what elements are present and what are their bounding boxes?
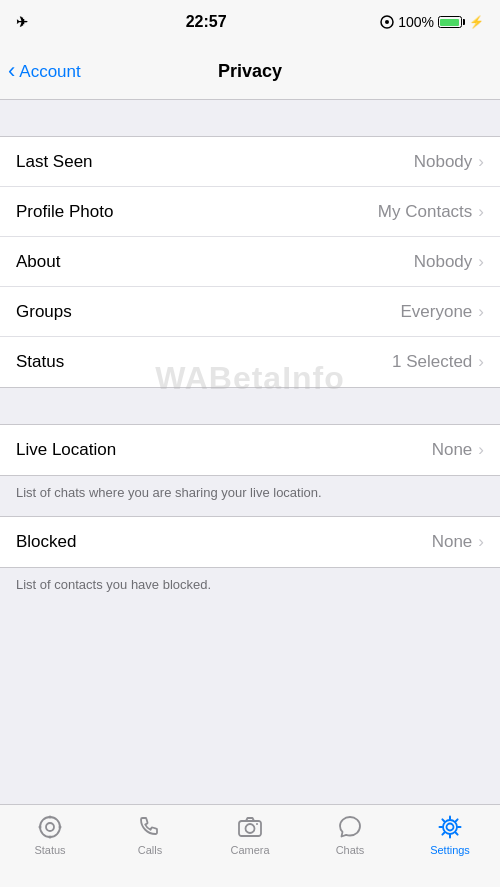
about-label: About [16, 252, 60, 272]
status-bar-right: 100% ⚡ [380, 14, 484, 30]
profile-photo-chevron: › [478, 202, 484, 222]
blocked-label: Blocked [16, 532, 76, 552]
profile-photo-label: Profile Photo [16, 202, 113, 222]
location-icon [380, 15, 394, 29]
status-bar: ✈ 22:57 100% ⚡ [0, 0, 500, 44]
svg-point-10 [246, 824, 255, 833]
tab-settings-label: Settings [430, 844, 470, 856]
tab-calls[interactable]: Calls [100, 813, 200, 856]
about-value-group: Nobody › [414, 252, 484, 272]
back-label: Account [19, 62, 80, 82]
groups-chevron: › [478, 302, 484, 322]
about-row[interactable]: About Nobody › [0, 237, 500, 287]
status-bar-left: ✈ [16, 14, 32, 30]
section-spacer-1 [0, 100, 500, 136]
status-bar-time: 22:57 [186, 13, 227, 31]
groups-row[interactable]: Groups Everyone › [0, 287, 500, 337]
live-location-value: None [432, 440, 473, 460]
tab-chats-label: Chats [336, 844, 365, 856]
svg-point-5 [49, 816, 52, 819]
svg-point-2 [385, 20, 389, 24]
groups-label: Groups [16, 302, 72, 322]
about-chevron: › [478, 252, 484, 272]
status-label: Status [16, 352, 64, 372]
nav-bar: ‹ Account Privacy [0, 44, 500, 100]
about-value: Nobody [414, 252, 473, 272]
camera-icon [236, 813, 264, 841]
status-chevron: › [478, 352, 484, 372]
blocked-description: List of contacts you have blocked. [0, 568, 500, 608]
live-location-label: Live Location [16, 440, 116, 460]
svg-point-11 [256, 823, 258, 825]
svg-point-7 [39, 826, 42, 829]
privacy-section-1: Last Seen Nobody › Profile Photo My Cont… [0, 136, 500, 388]
tab-camera[interactable]: Camera [200, 813, 300, 856]
back-chevron-icon: ‹ [8, 58, 15, 84]
live-location-row[interactable]: Live Location None › [0, 425, 500, 475]
last-seen-label: Last Seen [16, 152, 93, 172]
blocked-section: Blocked None › [0, 516, 500, 568]
blocked-value: None [432, 532, 473, 552]
status-value-group: 1 Selected › [392, 352, 484, 372]
status-row[interactable]: Status 1 Selected › [0, 337, 500, 387]
settings-icon [436, 813, 464, 841]
blocked-chevron: › [478, 532, 484, 552]
status-icon [36, 813, 64, 841]
last-seen-value: Nobody [414, 152, 473, 172]
back-button[interactable]: ‹ Account [8, 59, 81, 84]
tab-settings[interactable]: Settings [400, 813, 500, 856]
groups-value: Everyone [401, 302, 473, 322]
svg-point-4 [46, 823, 54, 831]
svg-point-3 [40, 817, 60, 837]
battery-icon [438, 16, 465, 28]
profile-photo-value-group: My Contacts › [378, 202, 484, 222]
svg-point-6 [49, 836, 52, 839]
last-seen-value-group: Nobody › [414, 152, 484, 172]
page-title: Privacy [218, 61, 282, 82]
svg-text:✈: ✈ [16, 14, 28, 30]
calls-icon [136, 813, 164, 841]
live-location-section: Live Location None › [0, 424, 500, 476]
svg-point-8 [59, 826, 62, 829]
svg-point-13 [443, 820, 457, 834]
last-seen-row[interactable]: Last Seen Nobody › [0, 137, 500, 187]
airplane-icon: ✈ [16, 14, 32, 30]
live-location-description: List of chats where you are sharing your… [0, 476, 500, 516]
tab-calls-label: Calls [138, 844, 162, 856]
svg-point-12 [447, 824, 454, 831]
chats-icon [336, 813, 364, 841]
tab-chats[interactable]: Chats [300, 813, 400, 856]
tab-status-label: Status [34, 844, 65, 856]
blocked-row[interactable]: Blocked None › [0, 517, 500, 567]
battery-percent: 100% [398, 14, 434, 30]
status-value: 1 Selected [392, 352, 472, 372]
groups-value-group: Everyone › [401, 302, 485, 322]
profile-photo-row[interactable]: Profile Photo My Contacts › [0, 187, 500, 237]
section-spacer-2 [0, 388, 500, 424]
tab-bar: Status Calls Camera Chats [0, 804, 500, 887]
charging-icon: ⚡ [469, 15, 484, 29]
blocked-value-group: None › [432, 532, 484, 552]
live-location-chevron: › [478, 440, 484, 460]
profile-photo-value: My Contacts [378, 202, 472, 222]
tab-camera-label: Camera [230, 844, 269, 856]
live-location-value-group: None › [432, 440, 484, 460]
last-seen-chevron: › [478, 152, 484, 172]
tab-status[interactable]: Status [0, 813, 100, 856]
